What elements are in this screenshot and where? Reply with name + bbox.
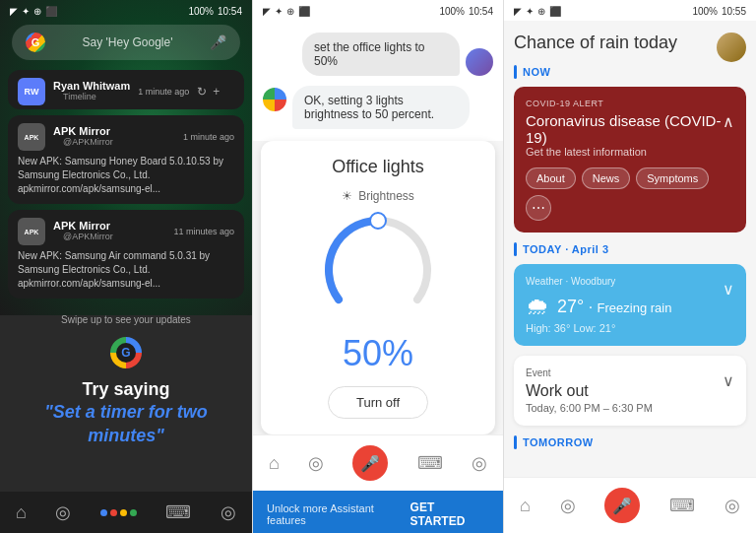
chip-more-icon[interactable]: ⋯	[526, 195, 551, 221]
weather-location: Weather · Woodbury	[526, 276, 671, 287]
avatar-2: APK	[18, 123, 45, 151]
panel-daily-brief: ◤ ✦ ⊕ ⬛ 100% 10:55 Chance of rain today …	[504, 0, 756, 533]
nfc-icon-2: ✦	[275, 6, 283, 17]
notification-card-2[interactable]: APK APK Mirror @APKMirror 1 minute ago N…	[8, 115, 244, 204]
notif-time-2: 1 minute ago	[183, 132, 234, 142]
search-bar[interactable]: G Say 'Hey Google' 🎤	[12, 25, 240, 60]
dial-svg-container	[319, 211, 437, 329]
signal-icon-2: ◤	[263, 6, 271, 17]
try-quote: "Set a timer for two minutes"	[44, 402, 208, 444]
home-icon-2[interactable]: ⌂	[269, 453, 280, 474]
title-row: Chance of rain today	[514, 33, 746, 65]
compass-icon[interactable]: ◎	[220, 501, 236, 523]
assistant-logo	[0, 337, 252, 368]
unlock-banner[interactable]: Unlock more Assistant features GET START…	[253, 491, 503, 533]
panel-assistant-intro: ◤ ✦ ⊕ ⬛ 100% 10:54 G Say 'Hey Google' 🎤 …	[0, 0, 252, 533]
weather-cloud-icon: 🌧	[526, 293, 549, 320]
notif-header-1: RW Ryan Whitwam Timeline 1 minute ago ↻ …	[8, 70, 244, 109]
status-right-2: 100% 10:54	[439, 6, 493, 17]
keyboard-icon-3[interactable]: ⌨	[669, 495, 695, 516]
get-started-button[interactable]: GET STARTED	[410, 500, 489, 528]
notif-header-2: APK APK Mirror @APKMirror 1 minute ago	[8, 115, 244, 155]
home-icon[interactable]: ⌂	[16, 502, 27, 523]
notif-body-2: New APK: Samsung Honey Board 5.0.10.53 b…	[8, 155, 244, 204]
brightness-sun-icon: ☀	[342, 189, 352, 203]
dial-svg	[319, 211, 437, 329]
covid-card[interactable]: COVID-19 alert Coronavirus disease (COVI…	[514, 87, 746, 233]
battery-2: 100%	[439, 6, 465, 17]
tomorrow-section-label: TOMORROW	[514, 435, 746, 449]
covid-chips: About News Symptoms ⋯	[526, 167, 734, 221]
brightness-label-row: ☀ Brightness	[273, 189, 483, 203]
chip-news[interactable]: News	[582, 167, 631, 189]
mic-button-3[interactable]: 🎤	[604, 488, 640, 523]
mic-icon-2: 🎤	[360, 454, 380, 473]
brightness-dial[interactable]	[273, 211, 483, 329]
alarm-icon-3: ⬛	[549, 6, 561, 17]
lens-icon-2[interactable]: ◎	[308, 452, 324, 474]
nfc-icon: ✦	[22, 6, 30, 17]
nfc-icon-3: ✦	[526, 6, 534, 17]
user-message-text: set the office lights to 50%	[302, 33, 460, 76]
user-avatar	[466, 48, 493, 76]
mic-icon[interactable]: 🎤	[210, 34, 226, 50]
time-3: 10:55	[722, 6, 746, 17]
event-card[interactable]: Event Work out Today, 6:00 PM – 6:30 PM …	[514, 356, 746, 426]
battery-3: 100%	[692, 6, 718, 17]
turn-off-button[interactable]: Turn off	[328, 386, 428, 419]
panel-office-lights: ◤ ✦ ⊕ ⬛ 100% 10:54 set the office lights…	[252, 0, 504, 533]
wifi-icon-2: ⊕	[286, 6, 294, 17]
swipe-hint: Swipe up to see your updates	[0, 310, 252, 329]
compass-icon-2[interactable]: ◎	[472, 452, 487, 474]
notifications-list: RW Ryan Whitwam Timeline 1 minute ago ↻ …	[8, 70, 244, 304]
google-dots[interactable]	[100, 509, 137, 516]
avatar-3: APK	[18, 218, 45, 245]
notification-card-1[interactable]: RW Ryan Whitwam Timeline 1 minute ago ↻ …	[8, 70, 244, 109]
chip-about[interactable]: About	[526, 167, 576, 189]
chevron-down-icon: ∨	[723, 280, 734, 299]
user-message-bubble: set the office lights to 50%	[302, 33, 493, 76]
lights-card-title: Office lights	[273, 157, 483, 177]
bottom-bar-3: ⌂ ◎ 🎤 ⌨ ◎	[504, 477, 756, 533]
mic-icon-3: 🎤	[612, 497, 632, 515]
event-time: Today, 6:00 PM – 6:30 PM	[526, 402, 653, 414]
weather-details: Weather · Woodbury 🌧 27° · Freezing rain…	[526, 276, 671, 334]
chip-symptoms[interactable]: Symptoms	[636, 167, 709, 189]
alarm-icon-2: ⬛	[298, 6, 310, 17]
covid-title-row: Coronavirus disease (COVID-19) ∧	[526, 112, 734, 146]
covid-alert-label: COVID-19 alert	[526, 99, 734, 108]
try-saying-prompt: Try saying "Set a timer for two minutes"	[0, 372, 252, 453]
weather-main: 🌧 27° · Freezing rain	[526, 293, 671, 320]
notif-title-3: APK Mirror	[53, 220, 165, 232]
home-icon-3[interactable]: ⌂	[520, 496, 531, 516]
brightness-label: Brightness	[358, 189, 414, 203]
page-title: Chance of rain today	[514, 33, 677, 53]
user-avatar-3[interactable]	[717, 33, 746, 62]
camera-icon[interactable]: ◎	[55, 501, 71, 523]
bottom-bar-2: ⌂ ◎ 🎤 ⌨ ◎	[253, 434, 503, 491]
compass-icon-3[interactable]: ◎	[724, 495, 740, 516]
notif-time-1: 1 minute ago	[138, 87, 189, 97]
signal-icon-3: ◤	[514, 6, 522, 17]
lens-icon-3[interactable]: ◎	[560, 495, 576, 516]
status-left-2: ◤ ✦ ⊕ ⬛	[263, 6, 310, 17]
dot-green	[130, 509, 137, 516]
mic-button-2[interactable]: 🎤	[352, 445, 388, 481]
bottom-bar-1: ⌂ ◎ ⌨ ◎	[0, 492, 252, 533]
notification-card-3[interactable]: APK APK Mirror @APKMirror 11 minutes ago…	[8, 210, 244, 299]
refresh-icon[interactable]: ↻	[197, 85, 207, 99]
notif-sub-3: @APKMirror	[53, 232, 165, 243]
covid-subtitle: Get the latest information	[526, 146, 734, 158]
keyboard-icon-2[interactable]: ⌨	[417, 452, 443, 474]
status-left-3: ◤ ✦ ⊕ ⬛	[514, 6, 561, 17]
notif-sub-1: Timeline	[53, 92, 130, 103]
notif-body-3: New APK: Samsung Air command 5.0.31 by S…	[8, 249, 244, 299]
weather-card[interactable]: Weather · Woodbury 🌧 27° · Freezing rain…	[514, 264, 746, 346]
wifi-icon: ⊕	[33, 6, 41, 17]
add-icon[interactable]: +	[213, 85, 220, 99]
time: 10:54	[218, 6, 242, 17]
keyboard-icon[interactable]: ⌨	[165, 501, 191, 523]
weather-row: Weather · Woodbury 🌧 27° · Freezing rain…	[526, 276, 734, 334]
status-left: ◤ ✦ ⊕ ⬛	[10, 6, 57, 17]
notif-header-3: APK APK Mirror @APKMirror 11 minutes ago	[8, 210, 244, 249]
